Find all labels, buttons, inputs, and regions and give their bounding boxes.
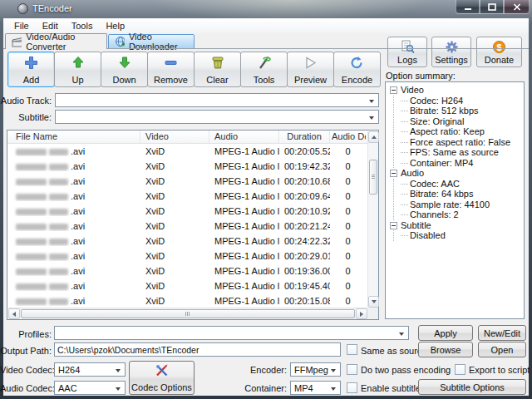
maximize-icon	[488, 3, 496, 11]
menu-file[interactable]: File	[7, 19, 36, 32]
close-button[interactable]	[504, 0, 530, 14]
close-icon	[513, 3, 521, 11]
film-icon	[12, 37, 22, 47]
app-window: TEncoder File Edit Tools Help Video/Audi…	[0, 0, 532, 399]
minimize-button[interactable]	[456, 0, 480, 14]
app-icon[interactable]	[17, 3, 28, 14]
tab-video-audio-converter[interactable]: Video/Audio Converter	[5, 33, 107, 49]
menu-tools[interactable]: Tools	[65, 19, 100, 32]
maximize-button[interactable]	[480, 0, 504, 14]
tab-label: Video/Audio Converter	[26, 32, 101, 52]
tab-page	[3, 48, 529, 396]
window-title: TEncoder	[32, 3, 72, 13]
menu-edit[interactable]: Edit	[36, 19, 65, 32]
tab-video-downloader[interactable]: Video Downloader	[108, 34, 195, 49]
menu-help[interactable]: Help	[99, 19, 131, 32]
title-bar: TEncoder	[0, 0, 532, 18]
window-controls	[456, 0, 530, 14]
globe-download-icon	[115, 36, 125, 48]
minimize-icon	[464, 3, 472, 11]
